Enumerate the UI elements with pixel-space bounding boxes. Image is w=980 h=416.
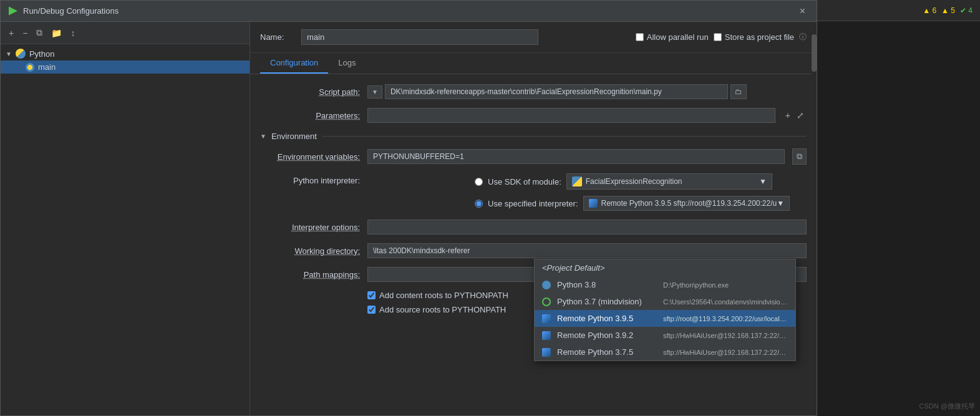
- tree-expand-arrow: ▼: [6, 51, 12, 57]
- working-dir-label: Working directory:: [260, 246, 360, 256]
- editor-status-bar: ▲ 6 ▲ 5 ✔ 4: [817, 0, 980, 21]
- use-specified-row: Use specified interpreter: Remote Python…: [475, 196, 790, 211]
- dropdown-item-remote395[interactable]: Remote Python 3.9.5 sftp://root@119.3.25…: [535, 310, 795, 327]
- dropdown-item-remote392-label: Remote Python 3.9.2: [557, 331, 657, 340]
- warning-badge-6: ▲ 6: [923, 6, 936, 15]
- dropdown-item-remote395-path: sftp://root@119.3.254.200:22/usr/local/p…: [663, 315, 788, 322]
- interpreter-dropdown-value: Remote Python 3.9.5 sftp://root@119.3.25…: [601, 199, 777, 208]
- dropdown-item-remote392-path: sftp://HwHiAiUser@192.168.137.2:22/usr/l…: [663, 332, 788, 339]
- use-sdk-radio[interactable]: [475, 178, 483, 186]
- name-row: Name: Allow parallel run Store as projec…: [250, 22, 817, 53]
- script-path-label: Script path:: [260, 87, 360, 97]
- python-interpreter-label: Python interpreter:: [293, 176, 360, 185]
- env-vars-input[interactable]: [367, 149, 785, 164]
- sdk-dropdown[interactable]: FacialExpressionRecognition ▼: [566, 173, 772, 190]
- section-divider: [322, 136, 807, 137]
- close-button[interactable]: ×: [796, 5, 809, 17]
- python-group-icon: [16, 49, 26, 59]
- working-dir-row: Working directory:: [260, 243, 807, 258]
- copy-config-button[interactable]: ⧉: [33, 26, 46, 40]
- dropdown-item-remote395-label: Remote Python 3.9.5: [557, 314, 657, 323]
- config-content: Script path: ▼ 🗀 Parameters: + ⤢: [250, 74, 817, 415]
- sidebar-item-python-group[interactable]: ▼ Python: [1, 47, 250, 60]
- dropdown-item-python37-path: C:\Users\29564\.conda\envs\mindvision\py…: [663, 298, 788, 306]
- allow-parallel-run-label[interactable]: Allow parallel run: [636, 32, 709, 42]
- sdk-dropdown-value: FacialExpressionRecognition: [586, 177, 682, 186]
- interpreter-dropdown-popup: <Project Default> Python 3.8 D:\Python\p…: [534, 259, 796, 361]
- use-specified-label: Use specified interpreter:: [488, 199, 578, 208]
- run-debug-icon: [8, 6, 18, 16]
- scrollbar-thumb: [812, 34, 817, 72]
- environment-section-header: ▼ Environment: [260, 132, 807, 141]
- script-path-folder-btn[interactable]: 🗀: [730, 84, 747, 99]
- interpreter-options-input[interactable]: [367, 220, 807, 235]
- run-icon: [9, 7, 17, 16]
- path-mappings-label: Path mappings:: [260, 270, 360, 279]
- dialog-title-text: Run/Debug Configurations: [23, 6, 119, 16]
- add-config-button[interactable]: +: [6, 26, 17, 40]
- dialog-titlebar: Run/Debug Configurations ×: [1, 1, 817, 22]
- use-specified-radio[interactable]: [475, 200, 483, 208]
- python-interpreter-row: Python interpreter: Use SDK of module: F…: [260, 173, 807, 211]
- use-sdk-label: Use SDK of module:: [488, 177, 561, 186]
- remote392-icon: [542, 331, 551, 340]
- editor-content-area: [817, 21, 980, 416]
- name-label: Name:: [260, 32, 291, 42]
- folder-config-button[interactable]: 📁: [48, 26, 65, 40]
- remote395-icon: [542, 314, 551, 323]
- interpreter-dropdown[interactable]: Remote Python 3.9.5 sftp://root@119.3.25…: [583, 196, 790, 211]
- remove-config-button[interactable]: −: [19, 26, 31, 40]
- dropdown-item-remote375[interactable]: Remote Python 3.7.5 sftp://HwHiAiUser@19…: [535, 344, 795, 360]
- dropdown-default-item[interactable]: <Project Default>: [535, 259, 795, 276]
- dialog-title: Run/Debug Configurations: [8, 6, 119, 16]
- use-sdk-row: Use SDK of module: FacialExpressionRecog…: [475, 173, 790, 190]
- sidebar-item-main[interactable]: main: [1, 60, 250, 74]
- add-source-roots-checkbox[interactable]: [367, 306, 376, 314]
- store-as-project-file-label[interactable]: Store as project file: [714, 32, 794, 42]
- parameters-row: Parameters: + ⤢: [260, 108, 807, 123]
- script-path-field: ▼ 🗀: [367, 84, 747, 99]
- dropdown-item-python37[interactable]: Python 3.7 (mindvision) C:\Users\29564\.…: [535, 293, 795, 310]
- sort-config-button[interactable]: ↕: [67, 26, 78, 40]
- tab-logs[interactable]: Logs: [328, 53, 366, 74]
- script-path-row: Script path: ▼ 🗀: [260, 84, 807, 99]
- main-config-label: main: [38, 62, 56, 72]
- sidebar-toolbar: + − ⧉ 📁 ↕: [1, 22, 250, 44]
- dropdown-item-remote375-path: sftp://HwHiAiUser@192.168.137.2:22/usr/l…: [663, 349, 788, 356]
- vertical-scrollbar[interactable]: [812, 22, 817, 415]
- python38-icon: [542, 281, 551, 289]
- add-source-roots-label: Add source roots to PYTHONPATH: [379, 305, 506, 314]
- python-file-icon: [26, 63, 34, 72]
- dropdown-item-python38[interactable]: Python 3.8 D:\Python\python.exe: [535, 276, 795, 293]
- store-as-project-file-checkbox[interactable]: [714, 33, 722, 41]
- sdk-dropdown-arrow: ▼: [759, 177, 767, 186]
- env-vars-row: Environment variables: ⧉: [260, 148, 807, 165]
- tab-configuration[interactable]: Configuration: [260, 53, 328, 74]
- warning-badge-5: ▲ 5: [941, 6, 955, 15]
- parameters-add-btn[interactable]: +: [783, 109, 793, 122]
- sidebar: + − ⧉ 📁 ↕ ▼ Python main: [1, 22, 250, 415]
- tabs: Configuration Logs: [250, 53, 817, 74]
- allow-parallel-run-checkbox[interactable]: [636, 33, 644, 41]
- remote-interpreter-icon: [589, 199, 598, 208]
- parameters-input[interactable]: [367, 108, 775, 123]
- interpreter-label-col: Python interpreter:: [260, 173, 360, 185]
- name-input[interactable]: [301, 29, 538, 45]
- add-content-roots-label: Add content roots to PYTHONPATH: [379, 291, 508, 300]
- environment-toggle[interactable]: ▼: [260, 133, 266, 140]
- dropdown-item-remote392[interactable]: Remote Python 3.9.2 sftp://HwHiAiUser@19…: [535, 327, 795, 344]
- env-vars-copy-btn[interactable]: ⧉: [792, 148, 807, 165]
- sdk-dropdown-icon: [572, 177, 582, 186]
- parameters-expand-btn[interactable]: ⤢: [794, 109, 807, 122]
- working-dir-input[interactable]: [367, 243, 807, 258]
- parameters-label: Parameters:: [260, 111, 360, 120]
- remote375-icon: [542, 348, 551, 357]
- info-icon: ⓘ: [799, 32, 807, 42]
- dropdown-item-remote375-label: Remote Python 3.7.5: [557, 347, 657, 357]
- python-group-label: Python: [29, 49, 54, 59]
- add-content-roots-checkbox[interactable]: [367, 291, 376, 299]
- ok-badge-4: ✔ 4: [960, 6, 973, 15]
- script-path-input[interactable]: [385, 84, 728, 99]
- interpreter-radio-group: Use SDK of module: FacialExpressionRecog…: [475, 173, 790, 211]
- script-path-dropdown-btn[interactable]: ▼: [367, 85, 382, 99]
